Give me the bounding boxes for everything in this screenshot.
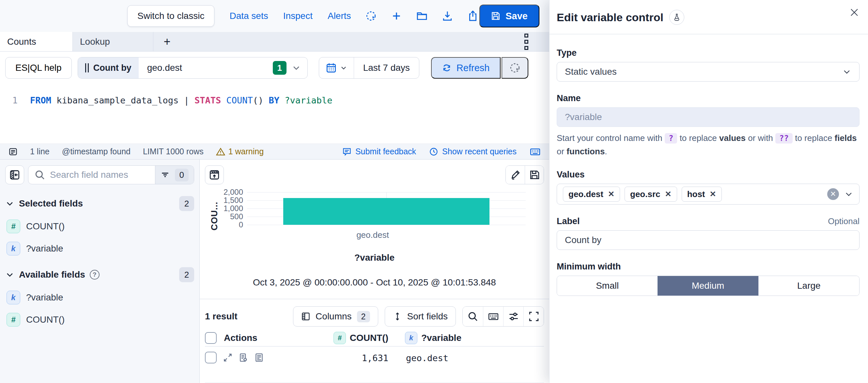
chevron-down-icon[interactable]	[292, 63, 301, 72]
tab-menu-kebab-icon[interactable]	[524, 34, 528, 50]
count-by-control[interactable]: Count by geo.dest 1	[78, 57, 308, 78]
values-combobox[interactable]: geo.dest ✕ geo.src ✕ host ✕ ✕	[557, 184, 860, 204]
width-option-small[interactable]: Small	[557, 276, 657, 295]
control-label-section[interactable]: Count by	[78, 57, 139, 78]
esql-token-from: FROM	[30, 95, 57, 105]
columns-button[interactable]: Columns 2	[293, 306, 378, 326]
keyboard-shortcuts-button[interactable]	[483, 307, 503, 326]
value-tag-label: host	[687, 189, 705, 199]
alerts-link[interactable]: Alerts	[328, 11, 351, 21]
width-option-medium[interactable]: Medium	[657, 276, 758, 295]
esql-editor[interactable]: 1 FROM kibana_sample_data_logs | STATS C…	[0, 84, 549, 143]
selected-fields-header[interactable]: Selected fields 2	[5, 196, 194, 211]
count-cell-value[interactable]: 1,631	[362, 353, 388, 363]
download-icon[interactable]	[442, 10, 453, 22]
esql-help-button[interactable]: ES|QL help	[5, 57, 72, 78]
view-document-icon[interactable]	[254, 353, 264, 362]
submit-feedback-link[interactable]: Submit feedback	[342, 147, 416, 156]
save-button[interactable]: Save	[479, 5, 539, 27]
open-folder-icon[interactable]	[416, 10, 428, 22]
refresh-icon	[442, 63, 451, 72]
row-checkbox[interactable]	[205, 352, 217, 363]
width-option-large[interactable]: Large	[758, 276, 859, 295]
add-tab-button[interactable]: +	[153, 32, 181, 51]
time-range-button[interactable]: Last 7 days	[354, 57, 419, 78]
edit-visualization-button[interactable]	[506, 166, 525, 184]
field-item-variable[interactable]: k ?variable	[5, 291, 194, 305]
drag-handle-icon[interactable]	[85, 63, 89, 72]
y-tick: 1,500	[223, 196, 243, 205]
toggle-chart-button[interactable]	[205, 165, 224, 184]
switch-to-classic-button[interactable]: Switch to classic	[127, 5, 214, 27]
warning-status[interactable]: 1 warning	[216, 147, 264, 156]
variable-column-header[interactable]: k ?variable	[405, 332, 461, 344]
chart-bar[interactable]	[283, 198, 490, 225]
search-in-table-button[interactable]	[463, 307, 483, 326]
chart-y-axis-label: COU...	[210, 202, 220, 231]
grid-controls-group	[462, 306, 544, 326]
display-options-button[interactable]	[503, 307, 523, 326]
share-icon[interactable]	[467, 10, 478, 22]
clear-all-values-icon[interactable]: ✕	[827, 188, 839, 200]
run-query-button[interactable]	[501, 57, 528, 78]
remove-value-icon[interactable]: ✕	[608, 190, 615, 198]
inspect-link[interactable]: Inspect	[283, 11, 313, 21]
chart-plot-row: 2,000 1,500 1,000 500 0	[220, 192, 544, 225]
histogram-chart: COU... 2,000 1,500 1,000 500 0	[205, 192, 544, 240]
help-icon[interactable]: ?	[90, 270, 99, 280]
results-count: 1 result	[205, 311, 238, 322]
type-form-group: Type Static values	[557, 48, 860, 82]
results-panel: COU... 2,000 1,500 1,000 500 0	[200, 160, 549, 383]
date-picker-calendar-button[interactable]	[319, 57, 354, 78]
select-all-checkbox[interactable]	[205, 332, 217, 344]
remove-value-icon[interactable]: ✕	[710, 190, 716, 198]
field-filter-button[interactable]: 0	[155, 166, 194, 184]
table-row[interactable]: 1,631 geo.dest	[205, 347, 544, 383]
new-session-icon[interactable]	[391, 10, 402, 22]
available-fields-header[interactable]: Available fields ? 2	[5, 267, 194, 282]
variable-name-input[interactable]: ?variable	[557, 107, 860, 127]
calendar-chevron-icon	[340, 64, 347, 71]
background-search-icon[interactable]	[366, 10, 377, 22]
flyout-body: Type Static values Name ?variable Start …	[550, 34, 868, 296]
sort-fields-button[interactable]: Sort fields	[385, 306, 456, 326]
actions-column-header[interactable]: Actions	[224, 333, 257, 343]
label-form-group: Label Optional Count by	[557, 216, 860, 250]
data-sets-link[interactable]: Data sets	[229, 11, 268, 21]
values-label: Values	[557, 170, 860, 180]
label-input[interactable]: Count by	[557, 230, 860, 250]
control-right-section: 1	[273, 61, 307, 75]
chart-edit-save-group	[505, 165, 544, 184]
type-select[interactable]: Static values	[557, 62, 860, 82]
search-field-names-input[interactable]	[50, 170, 155, 180]
fullscreen-button[interactable]	[523, 307, 544, 326]
close-flyout-icon[interactable]	[849, 7, 860, 18]
recent-queries-label: Show recent queries	[442, 147, 517, 156]
collapse-sidebar-button[interactable]	[5, 165, 24, 184]
save-visualization-button[interactable]	[525, 166, 544, 184]
tab-counts[interactable]: Counts	[0, 32, 72, 51]
field-item-count[interactable]: # COUNT()	[5, 220, 194, 233]
value-tag[interactable]: host ✕	[682, 187, 722, 202]
esql-editor-line[interactable]: 1 FROM kibana_sample_data_logs | STATS C…	[0, 95, 549, 105]
value-tag[interactable]: geo.src ✕	[625, 187, 677, 202]
timestamp-status: @timestamp found	[62, 147, 130, 156]
refresh-button[interactable]: Refresh	[431, 57, 501, 78]
edit-variable-control-flyout: Edit variable control Type Static values…	[549, 0, 868, 383]
degraded-fields-icon[interactable]	[239, 353, 248, 362]
remove-value-icon[interactable]: ✕	[665, 190, 672, 198]
recent-queries-link[interactable]: Show recent queries	[429, 147, 517, 156]
editor-footer-right: Submit feedback Show recent queries	[342, 146, 541, 157]
expand-row-icon[interactable]	[223, 353, 232, 362]
keyboard-shortcuts-icon[interactable]	[530, 146, 541, 157]
count-column-label: COUNT()	[350, 333, 388, 343]
value-tag[interactable]: geo.dest ✕	[563, 187, 620, 202]
chart-plot-area[interactable]	[247, 192, 526, 225]
tab-lookup[interactable]: Lookup	[72, 32, 153, 51]
variable-cell-value[interactable]: geo.dest	[406, 353, 448, 363]
count-column-header[interactable]: # COUNT()	[334, 332, 388, 344]
chevron-down-icon[interactable]	[844, 190, 853, 199]
tech-preview-flask-icon[interactable]	[669, 10, 684, 25]
field-item-count[interactable]: # COUNT()	[5, 313, 194, 326]
field-item-variable[interactable]: k ?variable	[5, 242, 194, 255]
